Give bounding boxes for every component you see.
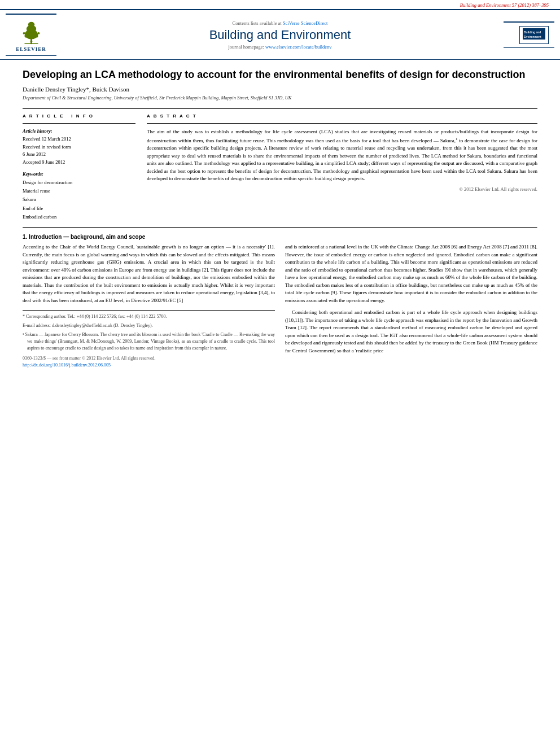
section1-title: 1. Introduction — background, aim and sc… [23,234,537,240]
keywords-label: Keywords: [23,171,135,177]
main-content: Developing an LCA methodology to account… [0,60,560,380]
journal-citation-banner: Building and Environment 57 (2012) 387–3… [0,0,560,9]
footnote-email: E-mail address: d.densleytingley@sheffie… [23,322,275,329]
svg-point-9 [30,40,32,42]
article-title: Developing an LCA methodology to account… [23,68,537,81]
elsevier-wordmark: ELSEVIER [16,46,46,52]
article-info: A R T I C L E I N F O Article history: R… [23,113,135,221]
journal-citation-text: Building and Environment 57 (2012) 387–3… [460,2,549,8]
elsevier-logo-area: ELSEVIER [6,14,56,56]
be-logo-graphic: Building and Environment [523,28,545,40]
elsevier-logo: ELSEVIER [16,18,47,52]
divider-info [23,123,135,124]
journal-title: Building and Environment [62,28,498,42]
page: Building and Environment 57 (2012) 387–3… [0,0,560,380]
svg-text:Building and: Building and [524,30,541,34]
authors: Danielle Densley Tingley*, Buick Davison [23,86,537,93]
journal-homepage: journal homepage: www.elsevier.com/locat… [62,44,498,50]
journal-header: ELSEVIER Contents lists available at Sci… [0,9,560,60]
article-info-abstract-section: A R T I C L E I N F O Article history: R… [23,113,537,221]
doi-line[interactable]: http://dx.doi.org/10.1016/j.buildenv.201… [23,362,275,369]
be-logo-box: Building and Environment [519,26,549,43]
body-columns: According to the Chair of the World Ener… [23,243,537,369]
divider-abstract [147,123,537,124]
be-logo-area: Building and Environment [504,21,554,47]
abstract-heading: A B S T R A C T [147,113,537,119]
left-para-1: According to the Chair of the World Ener… [23,243,275,304]
divider-1 [23,108,537,109]
keywords-list: Design for deconstruction Material reuse… [23,178,135,221]
affiliation: Department of Civil & Structural Enginee… [23,95,537,102]
journal-url[interactable]: www.elsevier.com/locate/buildenv [265,44,331,50]
svg-point-7 [23,32,25,34]
abstract-text: The aim of the study was to establish a … [147,128,537,183]
footnote-sakura: ¹ Sakura — Japanese for Cherry Blossom. … [23,331,275,352]
issn-line: 0360-1323/$ — see front matter © 2012 El… [23,355,275,362]
svg-text:Environment: Environment [524,35,541,38]
received-date: Received 12 March 2012 Received in revis… [23,136,135,166]
svg-point-5 [24,34,28,38]
copyright-line: © 2012 Elsevier Ltd. All rights reserved… [147,186,537,192]
right-para-1: and is reinforced at a national level in… [285,243,537,304]
author-names: Danielle Densley Tingley*, Buick Davison [23,86,129,93]
abstract-section: A B S T R A C T The aim of the study was… [147,113,537,221]
right-body-column: and is reinforced at a national level in… [285,243,537,369]
svg-point-4 [28,22,34,28]
history-label: Article history: [23,128,135,134]
footnotes-area: * Corresponding author. Tel.: +44 (0) 11… [23,310,275,369]
left-body-column: According to the Chair of the World Ener… [23,243,275,369]
svg-point-8 [37,32,40,34]
journal-name-center: Contents lists available at SciVerse Sci… [56,20,504,50]
svg-point-6 [34,34,38,38]
right-para-2: Considering both operational and embodie… [285,309,537,355]
footnote-corresponding: * Corresponding author. Tel.: +44 (0) 11… [23,313,275,320]
body-divider [23,227,537,228]
elsevier-tree-icon [16,18,47,45]
article-info-heading: A R T I C L E I N F O [23,113,135,119]
sciverse-link-text: Contents lists available at SciVerse Sci… [62,20,498,26]
sciverse-link[interactable]: SciVerse ScienceDirect [283,20,328,26]
